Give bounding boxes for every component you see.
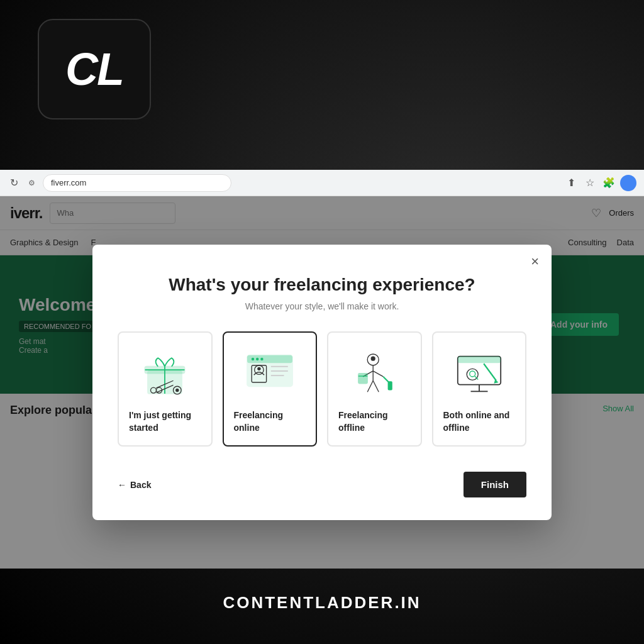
svg-point-9 (175, 389, 179, 392)
security-icon: ⚙ (25, 177, 38, 189)
url-bar[interactable]: fiverr.com (43, 174, 231, 192)
svg-rect-30 (358, 373, 367, 383)
option-freelancing-offline[interactable]: Freelancing offline (327, 331, 422, 447)
option-both[interactable]: Both online and offline (432, 331, 527, 447)
svg-line-27 (373, 380, 379, 392)
browser-window: ↻ ⚙ fiverr.com ⬆ ☆ 🧩 iverr. ♡ Orders Gra… (0, 170, 644, 569)
back-button[interactable]: ← Back (118, 480, 151, 490)
svg-point-13 (256, 358, 259, 361)
svg-line-26 (367, 380, 373, 392)
svg-point-39 (469, 371, 475, 377)
svg-rect-29 (388, 381, 392, 390)
star-icon[interactable]: ☆ (582, 175, 597, 191)
modal-footer: ← Back Finish (118, 472, 526, 497)
cl-logo: CL (38, 19, 151, 119)
modal-title: What's your freelancing experience? (118, 275, 526, 295)
back-arrow: ← (118, 480, 126, 490)
option-freelancing-online-label: Freelancing online (234, 409, 306, 434)
modal-overlay: × What's your freelancing experience? Wh… (0, 196, 644, 569)
option-both-label: Both online and offline (443, 409, 516, 434)
options-grid: I'm just getting started (118, 331, 526, 447)
both-icon (443, 345, 516, 402)
svg-point-12 (252, 358, 255, 361)
svg-line-28 (384, 377, 389, 382)
offline-icon (338, 345, 411, 402)
svg-point-22 (371, 356, 375, 360)
share-icon[interactable]: ⬆ (564, 175, 579, 191)
fiverr-page: iverr. ♡ Orders Graphics & Design F Cons… (0, 196, 644, 569)
browser-actions: ⬆ ☆ 🧩 (564, 175, 636, 191)
svg-line-25 (373, 371, 383, 377)
svg-line-37 (484, 364, 496, 380)
svg-point-14 (260, 358, 264, 361)
experience-modal: × What's your freelancing experience? Wh… (92, 245, 552, 520)
refresh-icon[interactable]: ↻ (8, 177, 20, 189)
svg-point-17 (257, 367, 260, 370)
back-label: Back (130, 480, 151, 490)
finish-button[interactable]: Finish (464, 472, 526, 497)
option-getting-started-label: I'm just getting started (129, 409, 201, 434)
option-freelancing-offline-label: Freelancing offline (338, 409, 411, 434)
brand-text: CONTENTLADDER.IN (223, 593, 421, 612)
cl-logo-text: CL (65, 43, 123, 95)
url-text: fiverr.com (51, 178, 86, 187)
modal-close-button[interactable]: × (531, 255, 539, 269)
browser-avatar[interactable] (620, 175, 636, 191)
browser-chrome: ↻ ⚙ fiverr.com ⬆ ☆ 🧩 (0, 170, 644, 196)
bottom-brand: CONTENTLADDER.IN (0, 593, 644, 613)
online-icon (234, 345, 306, 402)
option-freelancing-online[interactable]: Freelancing online (223, 331, 318, 447)
modal-subtitle: Whatever your style, we'll make it work. (118, 301, 526, 311)
puzzle-icon[interactable]: 🧩 (601, 175, 616, 191)
svg-rect-33 (458, 356, 501, 363)
gift-icon (129, 345, 201, 402)
option-getting-started[interactable]: I'm just getting started (118, 331, 213, 447)
